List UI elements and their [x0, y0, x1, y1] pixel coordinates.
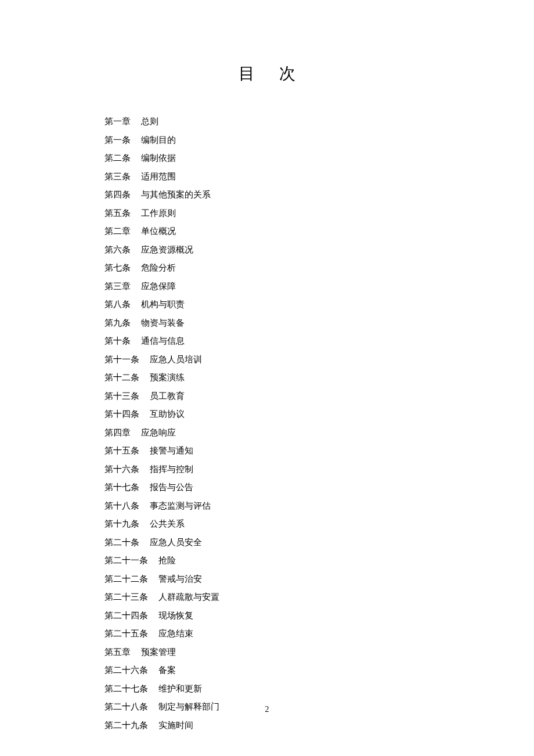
toc-item: 第四条与其他预案的关系: [104, 186, 430, 204]
toc-item: 第二十二条警戒与治安: [104, 570, 430, 589]
toc-item-label: 第十八条: [104, 501, 139, 510]
toc-item-label: 第一条: [104, 135, 131, 145]
toc-item-text: 接警与通知: [150, 446, 193, 455]
toc-item-label: 第十六条: [104, 465, 139, 474]
toc-item: 第一条编制目的: [104, 131, 430, 150]
toc-item-text: 机构与职责: [141, 300, 185, 309]
toc-item: 第十二条预案演练: [104, 369, 430, 387]
toc-item-text: 员工教育: [150, 391, 185, 401]
toc-item: 第十三条员工教育: [104, 387, 430, 406]
toc-item: 第三章应急保障: [104, 278, 430, 296]
toc-item-text: 现场恢复: [158, 611, 193, 620]
toc-item: 第二十六条备案: [104, 661, 430, 680]
toc-item-text: 指挥与控制: [150, 465, 193, 474]
toc-item-text: 适用范围: [141, 172, 176, 181]
toc-item: 第八条机构与职责: [104, 296, 430, 314]
toc-item-label: 第九条: [104, 318, 131, 327]
toc-item-label: 第二十条: [104, 538, 139, 547]
toc-item-text: 工作原则: [141, 208, 176, 218]
toc-item-label: 第七条: [104, 263, 131, 272]
toc-item: 第四章应急响应: [104, 424, 430, 442]
toc-item-label: 第二章: [104, 226, 131, 236]
toc-item: 第五条工作原则: [104, 204, 430, 223]
toc-item: 第二章单位概况: [104, 222, 430, 241]
toc-item-label: 第四章: [104, 428, 131, 437]
toc-item-label: 第二十二条: [104, 574, 148, 584]
toc-item-text: 报告与公告: [150, 483, 193, 492]
toc-item: 第九条物资与装备: [104, 314, 430, 333]
toc-item: 第二十五条应急结束: [104, 625, 430, 643]
toc-item-label: 第二十三条: [104, 592, 148, 602]
toc-item-text: 应急结束: [158, 629, 193, 638]
toc-item-text: 应急响应: [141, 428, 176, 437]
toc-item-label: 第十三条: [104, 391, 139, 401]
toc-item-label: 第十四条: [104, 409, 139, 419]
toc-item-text: 应急人员培训: [150, 355, 202, 364]
toc-item-text: 人群疏散与安置: [158, 592, 219, 602]
toc-item-text: 备案: [158, 665, 176, 675]
toc-item: 第五章预案管理: [104, 643, 430, 662]
toc-item: 第一章总则: [104, 113, 430, 131]
toc-item-text: 单位概况: [141, 226, 176, 236]
toc-item-label: 第十二条: [104, 373, 139, 382]
toc-item-label: 第二条: [104, 153, 131, 163]
toc-item-text: 警戒与治安: [158, 574, 202, 584]
toc-item: 第十八条事态监测与评估: [104, 497, 430, 516]
toc-item: 第二十七条维护和更新: [104, 680, 430, 699]
page-number: 2: [0, 705, 534, 714]
toc-item-label: 第十七条: [104, 483, 139, 492]
toc-item-label: 第八条: [104, 300, 131, 309]
toc-item: 第十五条接警与通知: [104, 442, 430, 460]
toc-item: 第二十三条人群疏散与安置: [104, 588, 430, 607]
toc-item: 第七条危险分析: [104, 259, 430, 278]
toc-item-text: 互助协议: [150, 409, 185, 419]
toc-item-text: 通信与信息: [141, 336, 185, 345]
toc-item-text: 事态监测与评估: [150, 501, 211, 510]
toc-item: 第十一条应急人员培训: [104, 351, 430, 369]
toc-item-label: 第十九条: [104, 519, 139, 528]
toc-item-text: 总则: [141, 117, 158, 126]
toc-title: 目次: [104, 63, 430, 85]
toc-item-label: 第六条: [104, 245, 131, 254]
toc-item: 第二十九条实施时间: [104, 717, 430, 735]
toc-item: 第二十一条抢险: [104, 552, 430, 570]
toc-item-text: 维护和更新: [158, 684, 202, 693]
toc-item: 第十七条报告与公告: [104, 478, 430, 497]
toc-item: 第三条适用范围: [104, 168, 430, 186]
toc-item-label: 第二十五条: [104, 629, 148, 638]
toc-item: 第二十四条现场恢复: [104, 607, 430, 625]
toc-item-label: 第十五条: [104, 446, 139, 455]
toc-item-label: 第二十六条: [104, 665, 148, 675]
toc-item-text: 危险分析: [141, 263, 176, 272]
toc-item: 第十条通信与信息: [104, 332, 430, 351]
toc-item-label: 第三条: [104, 172, 131, 181]
toc-item: 第十四条互助协议: [104, 405, 430, 424]
toc-item-text: 抢险: [158, 556, 176, 565]
toc-item-label: 第四条: [104, 190, 131, 199]
toc-item-label: 第二十七条: [104, 684, 148, 693]
toc-item-text: 公共关系: [150, 519, 185, 528]
toc-list: 第一章总则第一条编制目的第二条编制依据第三条适用范围第四条与其他预案的关系第五条…: [104, 113, 430, 735]
toc-item-text: 应急保障: [141, 282, 176, 291]
toc-item-text: 预案管理: [141, 647, 176, 657]
toc-item-label: 第五章: [104, 647, 131, 657]
toc-item-label: 第二十一条: [104, 556, 148, 565]
toc-item: 第十九条公共关系: [104, 515, 430, 534]
toc-item: 第二十条应急人员安全: [104, 534, 430, 552]
toc-item: 第二条编制依据: [104, 149, 430, 168]
toc-item-text: 应急资源概况: [141, 245, 193, 254]
toc-item-text: 与其他预案的关系: [141, 190, 211, 199]
toc-item-label: 第五条: [104, 208, 131, 218]
toc-item-label: 第十条: [104, 336, 131, 345]
toc-item-text: 编制目的: [141, 135, 176, 145]
toc-item-label: 第一章: [104, 117, 131, 126]
toc-item-text: 实施时间: [158, 721, 193, 730]
toc-item-label: 第十一条: [104, 355, 139, 364]
toc-item: 第六条应急资源概况: [104, 241, 430, 260]
toc-item: 第十六条指挥与控制: [104, 460, 430, 479]
toc-item-label: 第二十九条: [104, 721, 148, 730]
toc-item-text: 应急人员安全: [150, 538, 202, 547]
toc-item-text: 编制依据: [141, 153, 176, 163]
toc-item-label: 第二十四条: [104, 611, 148, 620]
toc-item-label: 第三章: [104, 282, 131, 291]
